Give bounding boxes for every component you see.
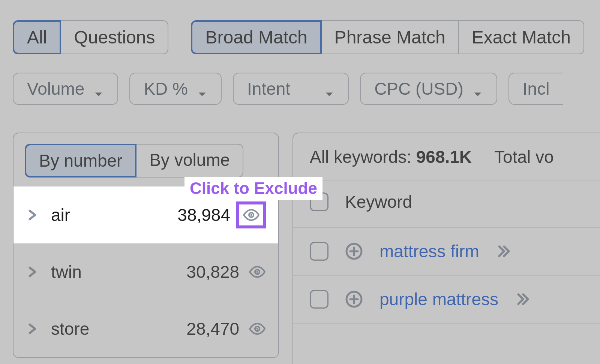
keyword-link[interactable]: mattress firm	[380, 241, 479, 261]
all-keywords-stat: All keywords: 968.1K	[310, 147, 472, 167]
chevron-down-icon	[472, 84, 483, 94]
keyword-type-tabs: All Questions	[13, 20, 168, 54]
group-label: store	[51, 319, 186, 339]
svg-point-5	[256, 328, 258, 330]
tab-all[interactable]: All	[13, 20, 61, 54]
sort-by-volume[interactable]: By volume	[136, 144, 243, 178]
svg-point-1	[250, 214, 252, 216]
group-label: twin	[51, 262, 186, 282]
keyword-group-row[interactable]: store 28,470	[14, 300, 278, 357]
chevron-down-icon	[197, 84, 207, 94]
row-checkbox[interactable]	[310, 290, 328, 309]
tab-label: Phrase Match	[334, 27, 446, 48]
keyword-group-row[interactable]: twin 30,828	[14, 243, 278, 300]
match-type-tabs: Broad Match Phrase Match Exact Match	[191, 20, 584, 54]
tab-label: Broad Match	[205, 27, 307, 48]
chevron-right-icon[interactable]	[26, 266, 40, 278]
filter-bar: Volume KD % Intent CPC (USD) Incl	[13, 73, 563, 105]
plus-circle-icon[interactable]	[345, 290, 363, 308]
filter-label: KD %	[144, 79, 188, 99]
keyword-groups-panel: By number By volume air 38,984 twin 30,8…	[13, 133, 279, 358]
chevron-right-icon[interactable]	[26, 322, 40, 335]
row-checkbox[interactable]	[310, 242, 328, 261]
filter-intent[interactable]: Intent	[233, 73, 349, 105]
total-volume-stat: Total vo	[494, 147, 554, 167]
keyword-result-row: purple mattress	[293, 276, 600, 324]
filter-label: CPC (USD)	[374, 79, 464, 99]
tab-broad-match[interactable]: Broad Match	[191, 20, 321, 54]
tab-questions[interactable]: Questions	[61, 20, 168, 54]
eye-icon[interactable]	[242, 206, 260, 224]
filter-volume[interactable]: Volume	[13, 73, 118, 105]
tab-label: All	[27, 27, 47, 48]
chevron-down-icon	[324, 84, 334, 94]
results-header-row: Keyword	[293, 181, 600, 228]
chevron-down-icon	[93, 84, 104, 94]
tab-exact-match[interactable]: Exact Match	[458, 20, 584, 54]
filter-label: Incl	[523, 79, 550, 99]
chevron-right-icon[interactable]	[26, 209, 40, 221]
keyword-link[interactable]: purple mattress	[380, 289, 498, 309]
tab-label: Questions	[74, 27, 155, 48]
results-summary: All keywords: 968.1K Total vo	[293, 133, 600, 181]
eye-icon[interactable]	[248, 320, 266, 338]
double-chevron-right-icon[interactable]	[496, 243, 512, 260]
stat-label: All keywords:	[310, 147, 411, 167]
sort-tab-label: By volume	[149, 150, 230, 170]
filter-kd[interactable]: KD %	[129, 73, 222, 105]
eye-icon[interactable]	[248, 263, 266, 281]
exclude-highlight-box	[236, 201, 266, 228]
filter-cpc[interactable]: CPC (USD)	[360, 73, 497, 105]
filter-label: Intent	[247, 79, 290, 99]
group-count: 38,984	[177, 205, 230, 225]
plus-circle-icon[interactable]	[345, 242, 363, 260]
svg-point-3	[256, 271, 258, 273]
double-chevron-right-icon[interactable]	[515, 291, 531, 307]
keyword-results-panel: All keywords: 968.1K Total vo Keyword ma…	[292, 133, 600, 364]
group-label: air	[51, 205, 177, 225]
filter-include[interactable]: Incl	[508, 73, 563, 105]
keyword-result-row: mattress firm	[293, 228, 600, 276]
column-header-keyword[interactable]: Keyword	[345, 192, 412, 212]
click-to-exclude-callout: Click to Exclude	[184, 177, 322, 200]
sort-tab-label: By number	[39, 151, 122, 170]
tab-label: Exact Match	[472, 27, 571, 48]
filter-label: Volume	[27, 79, 84, 99]
stat-value: 968.1K	[416, 147, 472, 167]
tab-phrase-match[interactable]: Phrase Match	[322, 20, 458, 54]
sort-by-number[interactable]: By number	[25, 144, 136, 178]
group-count: 28,470	[186, 319, 239, 339]
group-count: 30,828	[186, 262, 239, 282]
